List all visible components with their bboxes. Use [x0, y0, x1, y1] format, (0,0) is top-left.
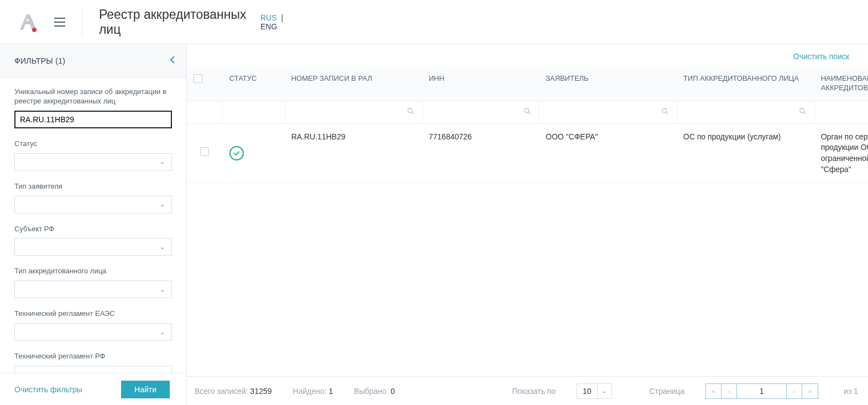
- svg-point-1: [407, 108, 412, 113]
- col-header-inn[interactable]: ИНН: [422, 66, 540, 101]
- logo: [17, 11, 39, 33]
- pager-current[interactable]: 1: [737, 384, 787, 398]
- page-total-prefix: из: [844, 387, 851, 396]
- divider: [82, 8, 82, 37]
- col-header-applicant[interactable]: ЗАЯВИТЕЛЬ: [539, 66, 677, 101]
- show-by-label: Показать по: [512, 387, 556, 396]
- clear-search-link[interactable]: Очистить поиск: [793, 52, 849, 61]
- chevron-down-icon: ⌄: [160, 201, 165, 208]
- col-header-number[interactable]: НОМЕР ЗАПИСИ В РАЛ: [285, 66, 422, 101]
- filter-label-uniq: Уникальный номер записи об аккредитации …: [14, 87, 172, 106]
- chevron-down-icon: ⌄: [160, 286, 165, 293]
- col-filter-inn[interactable]: [422, 101, 540, 123]
- topbar: Реестр аккредитованных лиц RUS | ENG: [0, 0, 868, 44]
- filter-select-applicant-type[interactable]: ⌄: [14, 196, 172, 214]
- per-page-value: 10: [577, 387, 597, 396]
- svg-line-6: [666, 112, 668, 115]
- select-all-checkbox[interactable]: [194, 74, 202, 83]
- col-filter-number[interactable]: [285, 101, 422, 123]
- filter-label-accredited-type: Тип аккредитованного лица: [14, 267, 172, 276]
- find-button[interactable]: Найти: [121, 381, 170, 398]
- search-icon: [407, 107, 415, 117]
- col-filter-name[interactable]: [814, 101, 868, 123]
- pager-next[interactable]: ›: [787, 384, 802, 398]
- per-page-select[interactable]: 10 ⌄: [577, 383, 612, 399]
- col-header-name[interactable]: НАИМЕНОВАНИЕ АККРЕДИТОВАННОГО ЛИЦА: [814, 66, 868, 101]
- lang-sep: |: [281, 13, 283, 22]
- search-icon: [661, 107, 669, 117]
- chevron-down-icon: ⌄: [160, 158, 165, 165]
- selected-value: 0: [391, 387, 395, 396]
- chevron-down-icon: ⌄: [160, 243, 165, 251]
- col-filter-applicant[interactable]: [539, 101, 677, 123]
- table-row[interactable]: RA.RU.11НВ29 7716840726 ООО "СФЕРА" ОС п…: [187, 123, 868, 183]
- filter-label-rf: Технический регламент РФ: [14, 352, 172, 361]
- status-ok-icon: [229, 146, 244, 160]
- results-table: СТАТУС НОМЕР ЗАПИСИ В РАЛ ИНН ЗАЯВИТЕЛЬ …: [187, 66, 868, 183]
- filter-select-rf[interactable]: ⌄: [14, 366, 172, 373]
- chevron-down-icon: ⌄: [597, 384, 611, 398]
- svg-line-4: [529, 112, 531, 115]
- found-label: Найдено:: [293, 387, 327, 396]
- chevron-down-icon: ⌄: [160, 329, 165, 336]
- search-icon: [524, 107, 531, 117]
- row-checkbox[interactable]: [200, 147, 209, 156]
- found-value: 1: [329, 387, 333, 396]
- cell-type: ОС по продукции (услугам): [677, 123, 814, 183]
- clear-filters-link[interactable]: Очистить фильтры: [14, 385, 82, 394]
- footer-bar: Всего записей: 31259 Найдено: 1 Выбрано:…: [187, 376, 868, 405]
- svg-point-5: [662, 108, 667, 113]
- cell-name: Орган по сертификации продукции Общества…: [814, 123, 868, 183]
- pager-last[interactable]: »: [802, 384, 818, 398]
- filter-label-eaes: Технический регламент ЕАЭС: [14, 309, 172, 319]
- menu-icon[interactable]: [52, 15, 67, 29]
- filters-sidebar: ФИЛЬТРЫ (1) Уникальный номер записи об а…: [0, 44, 187, 405]
- svg-line-2: [411, 112, 414, 115]
- pager: « ‹ 1 › »: [705, 383, 818, 399]
- selected-label: Выбрано:: [354, 387, 388, 396]
- filters-title: ФИЛЬТРЫ (1): [14, 56, 65, 65]
- pager-first[interactable]: «: [706, 384, 721, 398]
- collapse-icon[interactable]: [170, 55, 175, 66]
- col-header-status[interactable]: СТАТУС: [223, 66, 285, 101]
- results-table-wrap[interactable]: СТАТУС НОМЕР ЗАПИСИ В РАЛ ИНН ЗАЯВИТЕЛЬ …: [187, 66, 868, 376]
- svg-line-8: [803, 112, 806, 115]
- lang-rus[interactable]: RUS: [260, 13, 277, 22]
- col-filter-type[interactable]: [677, 101, 814, 123]
- filter-select-accredited-type[interactable]: ⌄: [14, 281, 172, 298]
- pager-prev[interactable]: ‹: [721, 384, 737, 398]
- page-title: Реестр аккредитованных лиц: [99, 7, 249, 37]
- svg-point-3: [525, 108, 529, 113]
- svg-point-7: [799, 108, 804, 113]
- page-total: 1: [854, 387, 858, 396]
- svg-point-0: [32, 28, 36, 32]
- lang-eng[interactable]: ENG: [260, 22, 277, 31]
- filter-select-subject[interactable]: ⌄: [14, 238, 172, 256]
- filter-select-eaes[interactable]: ⌄: [14, 323, 172, 341]
- filter-label-subject: Субъект РФ: [14, 225, 172, 234]
- search-icon: [799, 107, 807, 117]
- page-label: Страница: [650, 387, 684, 396]
- filter-select-status[interactable]: ⌄: [14, 153, 172, 171]
- total-value: 31259: [250, 387, 272, 396]
- filter-input-uniq[interactable]: [14, 111, 172, 128]
- cell-inn: 7716840726: [422, 123, 540, 183]
- cell-number: RA.RU.11НВ29: [285, 123, 422, 183]
- filter-label-applicant-type: Тип заявителя: [14, 182, 172, 191]
- chevron-down-icon: ⌄: [160, 371, 165, 373]
- col-header-type[interactable]: ТИП АККРЕДИТОВАННОГО ЛИЦА: [677, 66, 814, 101]
- filter-label-status: Статус: [14, 139, 172, 149]
- cell-applicant: ООО "СФЕРА": [539, 123, 677, 183]
- total-label: Всего записей:: [195, 387, 248, 396]
